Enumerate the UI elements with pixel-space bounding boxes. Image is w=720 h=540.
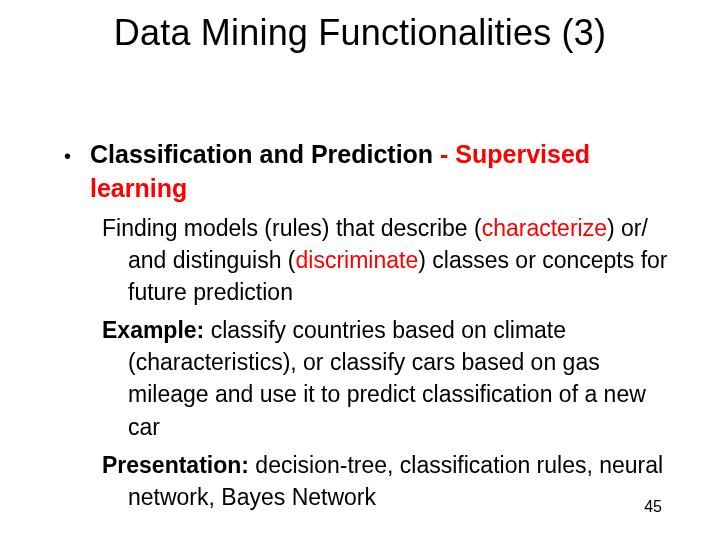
bullet-item: • Classification and Prediction - Superv…: [64, 138, 680, 172]
bullet-subtitle-sep: -: [433, 140, 455, 168]
bullet-subtitle-2: learning: [90, 172, 680, 206]
paragraph-description: Finding models (rules) that describe (ch…: [102, 212, 680, 309]
highlight-characterize: characterize: [482, 215, 607, 241]
paragraph-presentation: Presentation: decision-tree, classificat…: [102, 449, 680, 513]
page-number: 45: [644, 498, 662, 516]
example-text: classify countries based on climate (cha…: [128, 317, 646, 440]
bullet-subtitle-1: Supervised: [455, 140, 590, 168]
bullet-headline: Classification and Prediction: [90, 140, 433, 168]
text-run: Finding models (rules) that describe (: [102, 215, 482, 241]
bullet-dot-icon: •: [64, 138, 90, 170]
example-lead: Example:: [102, 317, 204, 343]
highlight-discriminate: discriminate: [296, 247, 419, 273]
paragraph-example: Example: classify countries based on cli…: [102, 314, 680, 443]
slide-title: Data Mining Functionalities (3): [0, 12, 720, 54]
slide-body: • Classification and Prediction - Superv…: [64, 138, 680, 519]
presentation-lead: Presentation:: [102, 452, 249, 478]
slide: Data Mining Functionalities (3) • Classi…: [0, 0, 720, 540]
bullet-headline-wrap: Classification and Prediction - Supervis…: [90, 138, 590, 172]
content-block: Finding models (rules) that describe (ch…: [102, 212, 680, 514]
